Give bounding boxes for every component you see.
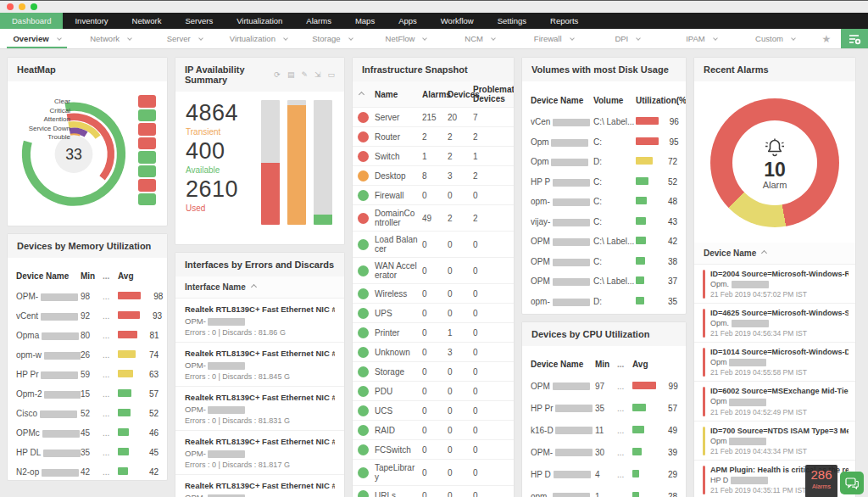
volume-row[interactable]: Opm C: 95 — [531, 132, 677, 153]
device-status-square[interactable] — [138, 95, 156, 108]
stacked-bar[interactable] — [287, 100, 306, 225]
stacked-bar[interactable] — [261, 100, 280, 225]
table-header[interactable]: Interface Name — [175, 276, 344, 299]
edit-icon[interactable]: ✎ — [301, 70, 308, 79]
dashboard-tab[interactable]: Virtualization — [221, 29, 295, 48]
alarm-row[interactable]: ID=2004 Source=Microsoft-Windows-Resourc… — [694, 265, 855, 304]
alarm-row[interactable]: ID=4625 Source=Microsoft-Windows-Securit… — [694, 304, 855, 343]
alarm-row[interactable]: ID=1014 Source=Microsoft-Windows-DNS-Cli… — [694, 343, 855, 382]
chevron-down-icon[interactable] — [423, 36, 428, 41]
dashboard-tab[interactable]: Firewall — [517, 29, 591, 48]
category-row[interactable]: FCSwitch 0 0 0 — [353, 440, 514, 460]
main-nav-item[interactable]: Servers — [173, 13, 225, 29]
volume-row[interactable]: vCen C:\ Label... 96 — [531, 112, 677, 132]
chevron-down-icon[interactable] — [491, 36, 496, 41]
main-nav-item[interactable]: Settings — [486, 13, 538, 29]
volume-row[interactable]: OPM C: 38 — [531, 252, 677, 272]
category-row[interactable]: Wireless 0 0 0 — [353, 284, 514, 304]
category-row[interactable]: RAID 0 0 0 — [353, 421, 514, 440]
category-row[interactable]: WAN Accelerator 0 0 0 — [353, 258, 514, 284]
main-nav-item[interactable]: Apps — [387, 13, 429, 29]
table-row[interactable]: opm-w 26 ... 74 — [16, 345, 159, 365]
delete-icon[interactable]: ▭ — [327, 70, 335, 79]
dashboard-tab[interactable]: Overview — [0, 29, 74, 48]
table-row[interactable]: N2-op 42 ... 42 — [16, 462, 159, 480]
alarm-row[interactable]: ID=6002 Source=MSExchange Mid-Tier Stora… — [694, 382, 855, 421]
dashboard-tab[interactable]: IPAM — [665, 29, 738, 48]
category-row[interactable]: Printer 0 1 0 — [353, 323, 514, 343]
category-row[interactable]: Desktop 8 3 2 — [353, 166, 514, 186]
chevron-down-icon[interactable] — [348, 36, 353, 41]
table-row[interactable]: OPMc 45 ... 46 — [16, 423, 159, 443]
chevron-down-icon[interactable] — [791, 36, 796, 41]
table-row[interactable]: k16-D 11 ... 49 — [531, 419, 677, 441]
volume-row[interactable]: Opm D: 72 — [531, 152, 677, 172]
device-status-square[interactable] — [138, 151, 156, 164]
table-header[interactable]: Device Name — [694, 243, 855, 265]
chevron-down-icon[interactable] — [198, 36, 203, 41]
category-row[interactable]: Storage 0 0 0 — [353, 362, 514, 382]
interface-row[interactable]: Realtek RTL8139C+ Fast Ethernet NIC #3-N… — [175, 299, 344, 343]
close-window-button[interactable] — [7, 3, 14, 10]
dashboard-tab[interactable]: Server — [147, 29, 221, 48]
heatmap-sunburst-chart[interactable]: 33 ClearCriticalAttentionService DownTro… — [14, 87, 133, 214]
table-row[interactable]: Opma 80 ... 81 — [16, 326, 159, 345]
interface-row[interactable]: Realtek RTL8139C+ Fast Ethernet NIC #3-W… — [175, 431, 344, 475]
dashboard-tab[interactable]: NetFlow — [369, 29, 442, 48]
table-row[interactable]: OPM- 30 ... 39 — [531, 441, 677, 463]
table-row[interactable]: HP Pr 59 ... 63 — [16, 365, 159, 384]
dashboard-tab[interactable]: Storage — [295, 29, 369, 48]
report-icon[interactable]: ▤ — [287, 70, 295, 79]
dashboard-tab[interactable]: NCM — [443, 29, 517, 48]
category-row[interactable]: URLs 0 0 0 — [353, 486, 514, 497]
zoom-window-button[interactable] — [31, 3, 37, 10]
chevron-down-icon[interactable] — [713, 36, 718, 41]
dashboard-tab[interactable]: Custom — [738, 29, 812, 48]
device-status-square[interactable] — [138, 165, 156, 178]
table-row[interactable]: HP DL 35 ... 45 — [16, 443, 159, 462]
category-row[interactable]: Unknown 0 3 0 — [353, 343, 514, 362]
chevron-down-icon[interactable] — [57, 36, 62, 41]
main-nav-item[interactable]: Alarms — [294, 13, 343, 29]
dashboard-tab[interactable]: Network — [74, 29, 147, 48]
total-alarms-badge[interactable]: 286 Alarms — [805, 465, 837, 497]
category-row[interactable]: UPS 0 0 0 — [353, 304, 514, 323]
category-row[interactable]: Firewall 0 0 0 — [353, 186, 514, 205]
device-status-square[interactable] — [138, 137, 156, 150]
device-status-square[interactable] — [138, 123, 156, 136]
device-status-square[interactable] — [138, 179, 156, 192]
main-nav-item[interactable]: Inventory — [63, 13, 120, 29]
main-nav-item[interactable]: Network — [120, 13, 174, 29]
table-row[interactable]: Opm-2 15 ... 57 — [16, 384, 159, 404]
table-header[interactable]: Name Alarms Devices Problematic Devices — [353, 81, 514, 108]
refresh-icon[interactable]: ⟳ — [274, 70, 281, 79]
volume-row[interactable]: opm- D: 35 — [531, 292, 677, 312]
alarm-row[interactable]: ID=700 Source=NTDS ISAM Type=3 Message=N… — [694, 422, 855, 461]
device-status-square[interactable] — [138, 109, 156, 122]
volume-row[interactable]: opm- C: 48 — [531, 192, 677, 212]
expand-icon[interactable]: ⇲ — [314, 70, 321, 79]
interface-row[interactable]: Realtek RTL8139C+ Fast Ethernet NIC #3-E… — [175, 475, 344, 497]
table-row[interactable]: vCent 92 ... 93 — [16, 306, 159, 326]
minimize-window-button[interactable] — [19, 3, 25, 10]
chevron-down-icon[interactable] — [636, 36, 641, 41]
volume-row[interactable]: HP P C: 52 — [531, 172, 677, 193]
category-row[interactable]: TapeLibrary 0 0 0 — [353, 460, 514, 486]
interface-row[interactable]: Realtek RTL8139C+ Fast Ethernet NIC #3-N… — [175, 343, 344, 387]
chevron-down-icon[interactable] — [283, 36, 288, 41]
category-row[interactable]: Load Balancer 0 0 0 — [353, 232, 514, 258]
main-nav-item[interactable]: Virtualization — [225, 13, 294, 29]
chevron-down-icon[interactable] — [570, 36, 575, 41]
main-nav-item[interactable]: Workflow — [429, 13, 486, 29]
category-row[interactable]: Router 2 2 2 — [353, 127, 514, 147]
main-nav-item[interactable]: Reports — [538, 13, 590, 29]
category-row[interactable]: DomainController 49 2 2 — [353, 205, 514, 232]
volume-row[interactable]: OPM C:\ Label... 42 — [531, 232, 677, 252]
table-row[interactable]: OPM- 98 ... 98 — [16, 287, 159, 306]
category-row[interactable]: Server 215 20 7 — [353, 108, 514, 127]
table-row[interactable]: opm- 1 ... 28 — [531, 485, 677, 497]
chevron-down-icon[interactable] — [127, 36, 132, 41]
table-row[interactable]: OPM 97 ... 99 — [531, 375, 677, 397]
category-row[interactable]: UCS 0 0 0 — [353, 401, 514, 421]
table-row[interactable]: HP D 4 ... 29 — [531, 463, 677, 485]
